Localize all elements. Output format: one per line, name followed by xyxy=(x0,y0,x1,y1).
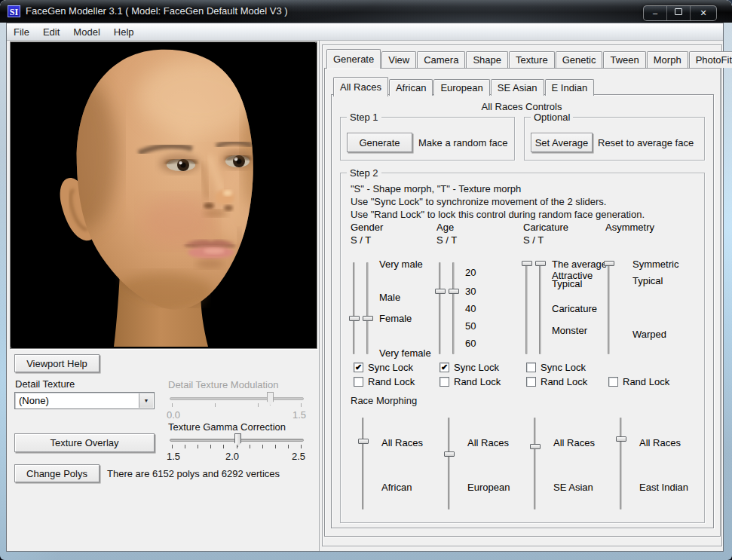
close-button[interactable]: ✕ xyxy=(691,6,716,20)
main-tab-bar: GenerateViewCameraShapeTextureGeneticTwe… xyxy=(326,49,732,68)
age-sync-lock-label: Sync Lock xyxy=(454,362,499,373)
tab-morph[interactable]: Morph xyxy=(647,51,688,68)
window-controls: –✕ xyxy=(643,5,717,21)
age-header: Age xyxy=(436,222,454,233)
age-rand-lock-checkbox[interactable] xyxy=(440,377,449,387)
race-tab-bar: All RacesAfricanEuropeanSE AsianE Indian xyxy=(333,77,595,96)
maximize-button[interactable] xyxy=(667,6,691,20)
menu-bar: FileEditModelHelp xyxy=(7,23,723,41)
tab-genetic[interactable]: Genetic xyxy=(556,51,603,68)
gender-rand-lock-checkbox[interactable] xyxy=(354,377,363,387)
age-label-50: 50 xyxy=(465,320,476,332)
european-morph-slider[interactable] xyxy=(448,418,450,510)
asymmetry-rand-lock-label: Rand Lock xyxy=(623,376,669,387)
step2-instruction-2: Use "Sync Lock" to synchronize movement … xyxy=(351,195,606,208)
african-morph-slider-thumb[interactable] xyxy=(358,439,369,444)
gender-s-slider-thumb[interactable] xyxy=(349,316,360,321)
caricature-label-caricature: Caricature xyxy=(552,303,597,314)
caricature-t-slider[interactable] xyxy=(539,262,541,354)
title-bar[interactable]: SI FaceGen Modeller 3.1 ( Model: FaceGen… xyxy=(0,0,732,23)
asymmetry-s-slider-thumb[interactable] xyxy=(604,261,614,266)
caricature-label-the-average: The average xyxy=(552,259,607,270)
menu-model[interactable]: Model xyxy=(66,26,106,38)
detail-texture-value: (None) xyxy=(19,395,49,406)
tab-shape[interactable]: Shape xyxy=(466,51,508,68)
tab-generate[interactable]: Generate xyxy=(326,49,381,69)
slider-tick xyxy=(262,445,263,448)
east-indian-morph-slider[interactable] xyxy=(620,418,622,510)
slider-tick xyxy=(237,445,237,448)
step2-legend: Step 2 xyxy=(347,167,381,179)
tab-tween[interactable]: Tween xyxy=(603,51,645,68)
asymmetry-rand-lock-row: Rand Lock xyxy=(608,376,669,387)
gender-label-female: Female xyxy=(379,313,412,324)
asymmetry-s-slider[interactable] xyxy=(608,262,610,354)
european-morph-slider-thumb[interactable] xyxy=(444,451,455,457)
age-t-slider[interactable] xyxy=(452,262,455,354)
modulation-slider-thumb xyxy=(267,392,274,405)
menu-help[interactable]: Help xyxy=(107,26,141,38)
caricature-rand-lock-checkbox[interactable] xyxy=(526,377,536,387)
menu-file[interactable]: File xyxy=(7,26,36,38)
chevron-down-icon[interactable]: ▼ xyxy=(139,393,153,408)
set-average-button[interactable]: Set Average xyxy=(531,133,593,152)
page-title: All Races Controls xyxy=(331,101,712,112)
tab-photofit[interactable]: PhotoFit xyxy=(689,51,732,68)
race-top-label-2: All Races xyxy=(553,437,595,448)
subtab-african[interactable]: African xyxy=(389,79,433,96)
african-morph-slider[interactable] xyxy=(362,418,364,510)
tab-texture[interactable]: Texture xyxy=(509,51,555,68)
generate-button[interactable]: Generate xyxy=(347,133,412,152)
race-top-label-3: All Races xyxy=(639,437,681,448)
asymmetry-rand-lock-checkbox[interactable] xyxy=(608,377,618,387)
step1-legend: Step 1 xyxy=(347,112,381,123)
gender-t-slider-thumb[interactable] xyxy=(363,316,373,321)
subtab-se-asian[interactable]: SE Asian xyxy=(491,79,544,96)
slider-tick xyxy=(215,403,216,407)
slider-tick xyxy=(301,403,302,407)
gamma-label: Texture Gamma Correction xyxy=(168,421,286,433)
age-sync-lock-checkbox[interactable]: ✔ xyxy=(440,363,449,372)
tab-camera[interactable]: Camera xyxy=(417,51,465,68)
detail-texture-dropdown[interactable]: (None) ▼ xyxy=(14,392,155,409)
tab-view[interactable]: View xyxy=(381,51,416,68)
viewport-3d[interactable] xyxy=(10,41,317,349)
subtab-all-races[interactable]: All Races xyxy=(333,77,388,96)
race-top-label-0: All Races xyxy=(381,437,423,448)
subtab-european[interactable]: European xyxy=(433,79,489,96)
panel-splitter[interactable] xyxy=(319,40,320,551)
age-s-slider[interactable] xyxy=(439,262,441,354)
age-t-slider-thumb[interactable] xyxy=(449,289,459,294)
age-label-30: 30 xyxy=(465,286,476,297)
gender-rand-lock-label: Rand Lock xyxy=(368,376,415,387)
change-polys-button[interactable]: Change Polys xyxy=(14,464,100,482)
poly-info-text: There are 6152 polys and 6292 vertices xyxy=(107,468,280,479)
slider-tick xyxy=(301,445,302,448)
minimize-button[interactable]: – xyxy=(644,6,667,20)
subtab-e-indian[interactable]: E Indian xyxy=(545,79,595,96)
texture-overlay-button[interactable]: Texture Overlay xyxy=(14,433,155,452)
gender-t-slider[interactable] xyxy=(366,262,369,354)
caricature-label-typical: Typical xyxy=(552,278,582,289)
east-indian-morph-slider-thumb[interactable] xyxy=(616,436,626,442)
gender-header: Gender xyxy=(351,222,383,233)
age-s-slider-thumb[interactable] xyxy=(435,289,446,294)
step1-group: Step 1 Generate Make a random face xyxy=(340,117,515,161)
gender-sync-lock-checkbox[interactable]: ✔ xyxy=(354,363,363,372)
morph-column-gender: GenderS / TVery maleMaleFemaleVery femal… xyxy=(348,222,433,440)
gender-s-slider[interactable] xyxy=(353,262,355,354)
modulation-label: Detail Texture Modulation xyxy=(168,379,278,390)
gender-label-very-male: Very male xyxy=(379,259,423,270)
menu-edit[interactable]: Edit xyxy=(36,26,66,38)
gender-label-very-female: Very female xyxy=(379,347,431,359)
se-asian-morph-slider-thumb[interactable] xyxy=(530,444,541,449)
se-asian-morph-slider[interactable] xyxy=(534,418,536,510)
caricature-t-slider-thumb[interactable] xyxy=(535,261,546,266)
race-slider-african: All RacesAfrican xyxy=(359,412,443,517)
caricature-s-slider-thumb[interactable] xyxy=(522,261,532,266)
caricature-s-slider[interactable] xyxy=(525,262,528,354)
caricature-sync-lock-checkbox[interactable] xyxy=(526,363,536,372)
slider-tick xyxy=(275,445,276,448)
viewport-help-button[interactable]: Viewport Help xyxy=(14,354,100,372)
gamma-slider-thumb[interactable] xyxy=(234,433,241,447)
